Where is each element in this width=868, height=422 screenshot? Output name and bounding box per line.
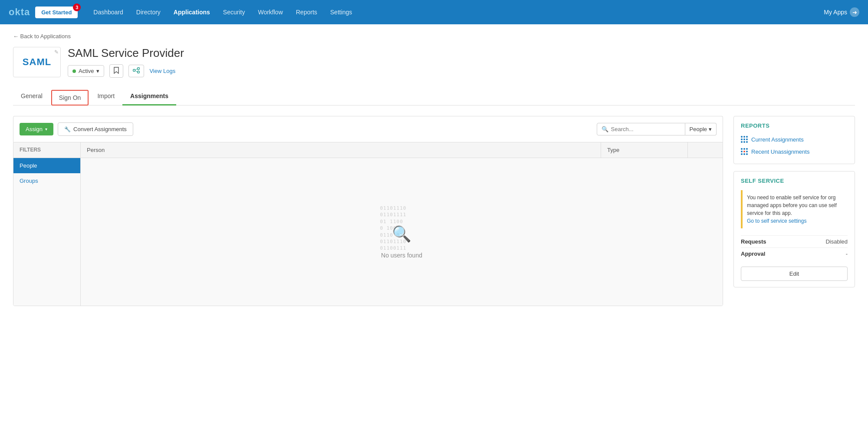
bookmark-icon-button[interactable] [109,64,123,78]
convert-label: Convert Assignments [73,126,127,132]
wrench-icon: 🔧 [64,126,71,132]
current-assignments-link[interactable]: Current Assignments [741,133,848,145]
nav-settings[interactable]: Settings [325,5,358,19]
self-service-card: SELF SERVICE You need to enable self ser… [733,171,855,287]
filter-groups[interactable]: Groups [13,173,80,188]
view-logs-link[interactable]: View Logs [149,68,175,74]
chevron-down-icon: ▾ [96,68,99,74]
approval-label: Approval [741,251,765,257]
recent-unassignments-link[interactable]: Recent Unassignments [741,145,848,158]
empty-text: No users found [381,252,422,259]
svg-line-4 [135,71,138,72]
self-service-fields: Requests Disabled Approval - [734,234,855,263]
person-column-header: Person [81,142,601,158]
status-dot [72,69,76,73]
get-started-button[interactable]: Get Started 3 [35,7,78,18]
tab-import[interactable]: Import [89,88,122,106]
nav-security[interactable]: Security [218,5,250,19]
assign-dropdown-arrow: ▾ [45,127,47,132]
empty-state-icon: 01101110 01101111 01 1100 0 1000 0110 01… [380,205,424,244]
filter-chevron-icon: ▾ [709,126,712,132]
actions-column-header [688,142,723,158]
table-empty-state: 01101110 01101111 01 1100 0 1000 0110 01… [81,158,723,306]
back-link[interactable]: ← Back to Applications [13,33,855,40]
assign-button[interactable]: Assign ▾ [20,123,53,135]
tab-general[interactable]: General [13,88,50,106]
app-controls: Active ▾ View L [68,64,184,78]
table-header: FILTERS Person Type [13,142,723,158]
self-service-header: SELF SERVICE [734,171,855,187]
reports-card-header: REPORTS [734,116,855,133]
self-service-edit-button[interactable]: Edit [741,267,848,281]
integration-icon-button[interactable] [128,65,144,77]
navbar: okta Get Started 3 Dashboard Directory A… [0,0,868,24]
status-label: Active [79,68,94,74]
filter-people[interactable]: People [13,158,80,173]
my-apps-arrow-icon: ➜ [850,7,859,17]
app-header: SAML ✎ SAML Service Provider Active ▾ [13,46,855,78]
integration-icon [133,67,140,73]
search-filter-dropdown[interactable]: People ▾ [685,123,717,135]
search-input[interactable] [611,126,681,132]
assign-label: Assign [26,126,43,132]
svg-line-3 [135,69,138,70]
nav-right: My Apps ➜ [824,7,859,17]
search-input-wrap: 🔍 [597,123,685,135]
main-area: Assign ▾ 🔧 Convert Assignments 🔍 People … [13,116,855,306]
approval-value: - [846,251,848,257]
app-info: SAML Service Provider Active ▾ [68,46,184,78]
recent-unassignments-label: Recent Unassignments [751,148,809,155]
reports-card-body: Current Assignments Recent Unassignments [734,133,855,164]
self-service-settings-link[interactable]: Go to self service settings [747,218,806,224]
nav-workflow[interactable]: Workflow [253,5,288,19]
filter-sidebar: People Groups [13,158,81,306]
app-logo-text: SAML [23,56,51,68]
get-started-label: Get Started [41,9,72,16]
my-apps-link[interactable]: My Apps ➜ [824,7,859,17]
search-area: 🔍 People ▾ [597,123,717,135]
svg-point-1 [138,68,140,70]
nav-reports[interactable]: Reports [291,5,322,19]
svg-point-2 [138,71,140,73]
page-content: ← Back to Applications SAML ✎ SAML Servi… [0,24,868,422]
recent-unassignments-icon [741,148,748,155]
requests-label: Requests [741,238,766,245]
warning-text: You need to enable self service for org … [747,195,837,216]
table-body: People Groups 01101110 01101111 01 1100 … [13,158,723,306]
nav-dashboard[interactable]: Dashboard [88,5,128,19]
search-icon: 🔍 [602,126,608,132]
current-assignments-label: Current Assignments [751,136,804,143]
toolbar: Assign ▾ 🔧 Convert Assignments 🔍 People … [13,116,723,142]
bookmark-icon [114,67,119,74]
requests-field-row: Requests Disabled [741,235,848,247]
okta-logo: okta [9,7,30,18]
app-title: SAML Service Provider [68,46,184,60]
requests-value: Disabled [825,238,848,245]
assignments-table: FILTERS Person Type People Groups 01 [13,142,723,306]
self-service-warning: You need to enable self service for org … [741,190,848,228]
convert-assignments-button[interactable]: 🔧 Convert Assignments [58,122,133,136]
svg-point-0 [133,69,135,72]
current-assignments-icon [741,136,748,143]
tab-sign-on[interactable]: Sign On [51,90,89,106]
nav-applications[interactable]: Applications [168,5,215,19]
tab-assignments[interactable]: Assignments [122,88,176,106]
reports-card: REPORTS Current Assignments [733,116,855,164]
sidebar-panel: REPORTS Current Assignments [733,116,855,306]
assignments-panel: Assign ▾ 🔧 Convert Assignments 🔍 People … [13,116,723,306]
tabs: General Sign On Import Assignments [13,88,855,106]
edit-pencil-icon[interactable]: ✎ [54,49,59,55]
notification-badge: 3 [73,3,81,11]
app-logo-box: SAML ✎ [13,47,61,77]
nav-directory[interactable]: Directory [131,5,166,19]
nav-links: Dashboard Directory Applications Securit… [88,5,824,19]
filter-label: People [690,126,707,132]
filters-header: FILTERS [13,142,81,158]
my-apps-label: My Apps [824,9,847,16]
magnify-icon: 🔍 [392,225,411,243]
status-dropdown[interactable]: Active ▾ [68,65,104,77]
type-column-header: Type [601,142,688,158]
approval-field-row: Approval - [741,247,848,260]
